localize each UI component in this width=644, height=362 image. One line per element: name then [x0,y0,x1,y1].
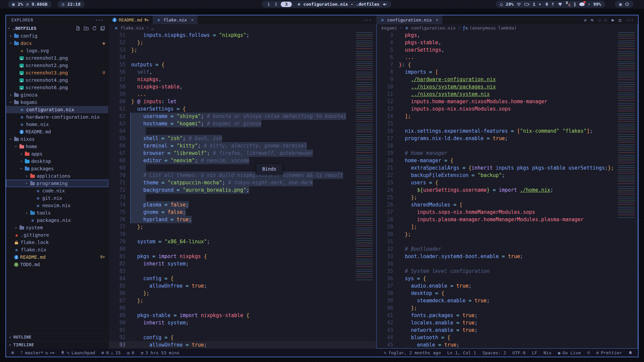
history-icon[interactable]: ↺ [584,17,587,22]
code-line-74[interactable]: 74 plasma = false; [109,201,376,208]
code-line-51[interactable]: 51 inputs.nixpkgs.follows = "nixpkgs"; [109,32,376,39]
problems[interactable]: ⊗ 0 ⚠ 15 [102,350,121,355]
code-line-55[interactable]: 55outputs = { [109,61,376,68]
code-line-33[interactable]: 33 boot.loader.systemd-boot.enable = tru… [376,253,638,260]
code-line-57[interactable]: 57 nixpkgs, [109,76,376,83]
split-editor-icon[interactable]: ◫ [619,17,622,22]
graph-icon[interactable]: ⊶ [50,350,54,355]
code-line-12[interactable]: 12 inputs.home-manager.nixosModules.home… [376,98,638,105]
code-line-58[interactable]: 58 nixpkgs-stable, [109,83,376,90]
code-line-32[interactable]: 32 # Bootloader [376,245,638,253]
code-line-38[interactable]: 38 desktop = { [376,290,638,297]
workspace-1[interactable]: 1 [266,2,271,7]
minimap-left[interactable] [353,32,375,280]
new-file-icon[interactable] [76,26,80,31]
code-area-right[interactable]: 3 pkgs,4 pkgs-stable,5 userSettings,6 ..… [376,32,638,349]
code-line-29[interactable]: 29 ]; [376,223,638,231]
code-line-88[interactable]: 88 [109,304,376,312]
breadcrumb-left[interactable]: ✻flake.nix›… [109,24,376,32]
code-line-65[interactable]: 65 shell = "zsh"; # bash, zsh [109,135,376,142]
notification-cat-icon[interactable] [579,2,585,6]
code-line-14[interactable]: 14 ]; [376,113,638,120]
code-line-13[interactable]: 13 inputs.sops-nix.nixosModules.sops [376,105,638,113]
code-line-63[interactable]: 63 hostname = "kogami"; # kogami or gino… [109,120,376,127]
code-line-30[interactable]: 30 }; [376,231,638,238]
collapse-all-icon[interactable] [100,26,105,31]
code-line-40[interactable]: 40 }; [376,304,638,312]
breadcrumb-item[interactable]: ✻configuration.nix [404,25,455,31]
breadcrumb-item[interactable]: ✻flake.nix [114,25,144,31]
code-line-81[interactable]: 81 pkgs = import nixpkgs { [109,253,376,260]
code-line-16[interactable]: 16 nix.settings.experimental-features = … [376,127,638,135]
code-line-82[interactable]: 82 inherit system; [109,260,376,267]
outline-section[interactable]: › OUTLINE [6,333,108,341]
code-line-68[interactable]: 68 editor = "neovim"; # neovim, vscode [109,157,376,164]
code-line-56[interactable]: 56 self, [109,68,376,76]
code-line-36[interactable]: 36 sys = { [376,275,638,282]
power-icon[interactable] [625,2,629,6]
tree-item-screenshot3.png[interactable]: ›screenshot3.pngU [6,69,108,76]
code-line-31[interactable]: 31 [376,238,638,245]
bluetooth-icon[interactable]: ᛒ [574,2,576,7]
code-line-67[interactable]: 67 browser = "librewolf"; # firefox, lib… [109,149,376,157]
code-line-59[interactable]: 59 ... [109,90,376,98]
code-line-22[interactable]: 22 backupFileExtension = "backup"; [376,172,638,179]
timeline-section[interactable]: › TIMELINE [6,341,108,349]
new-folder-icon[interactable] [84,26,89,31]
minimap-right[interactable] [615,32,637,219]
code-line-70[interactable]: 70 # List all themes: $ nix build nixpkg… [109,172,376,179]
code-line-73[interactable]: 73 [109,194,376,201]
code-line-79[interactable]: 79 system = "x86_64-linux"; [109,238,376,245]
code-line-18[interactable]: 18 [376,142,638,149]
tree-item-apps[interactable]: ›apps [6,150,108,158]
more-actions-icon[interactable]: ··· [626,17,634,22]
code-line-64[interactable]: 64 [109,127,376,135]
tree-item-screenshot4.png[interactable]: ›screenshot4.png [6,76,108,84]
ports[interactable]: ◎ 0 [127,350,135,355]
tree-item-applications[interactable]: ›applications [6,172,108,180]
remote-indicator[interactable]: ⊞ [11,350,14,355]
tree-item-nixos[interactable]: ›nixos [6,135,108,143]
code-line-52[interactable]: 52 }; [109,39,376,46]
code-line-53[interactable]: 53}; [109,46,376,54]
copilot-status[interactable]: ☺ [587,350,590,355]
code-line-83[interactable]: 83 [109,267,376,275]
code-line-72[interactable]: 72 background = "aurora_borealis.png"; [109,186,376,194]
tree-item-hardware-configuration.nix[interactable]: ›✻hardware-configuration.nix [6,113,108,121]
tree-item-TODO.md[interactable]: ›✓TODO.md [6,261,108,268]
network-tray-icon[interactable] [558,2,562,6]
code-line-8[interactable]: 8 imports = [ [376,68,638,76]
code-line-24[interactable]: 24 ${userSettings.username} = import ./h… [376,186,638,194]
tree-item-tools[interactable]: ›tools [6,209,108,217]
git-branch[interactable]: ᛘ master* ↻ ⊶ [20,350,54,355]
breadcrumb-item[interactable]: kogami [381,25,397,31]
code-line-21[interactable]: 21 extraSpecialArgs = {inherit inputs pk… [376,164,638,172]
code-line-11[interactable]: 11 ../nixos/system/system.nix [376,90,638,98]
code-line-87[interactable]: 87 }; [109,297,376,304]
indentation[interactable]: Spaces: 2 [482,350,506,355]
code-line-76[interactable]: 76 hyprland = true; [109,216,376,223]
tree-item-config[interactable]: ›config [6,32,108,40]
code-line-7[interactable]: 7}: { [376,61,638,68]
keyboard-layout-icon[interactable]: UC [566,2,571,7]
code-line-41[interactable]: 41 fonts.packages = true; [376,312,638,319]
code-line-69[interactable]: 69 [109,164,376,172]
code-line-62[interactable]: 62 username = "shinya"; # konsta or shin… [109,113,376,120]
run-icon[interactable]: ▶ [612,17,614,22]
code-line-6[interactable]: 6 ... [376,54,638,61]
tree-item-.gitignore[interactable]: ›◆.gitignore [6,231,108,239]
code-line-39[interactable]: 39 steamdeck.enable = true; [376,297,638,304]
code-line-85[interactable]: 85 allowUnfree = true; [109,282,376,290]
tree-item-screenshot2.png[interactable]: ›screenshot2.png [6,62,108,69]
refresh-icon[interactable] [92,26,97,31]
code-line-26[interactable]: 26 sharedModules = [ [376,201,638,208]
code-line-9[interactable]: 9 ./hardware-configuration.nix [376,76,638,83]
tree-item-README.md[interactable]: ›iREADME.md9+ [6,253,108,261]
code-line-19[interactable]: 19 # Home manager [376,149,638,157]
go-live[interactable]: ◉ Go Live [558,350,581,355]
tab-README.md[interactable]: iREADME.md9+ [109,15,153,24]
breadcrumb-item[interactable]: ƒx(anonymous lambda) [463,25,517,31]
code-line-84[interactable]: 84 config = { [109,275,376,282]
tree-item-kogami[interactable]: ›kogami [6,99,108,106]
code-line-54[interactable]: 54 [109,54,376,61]
